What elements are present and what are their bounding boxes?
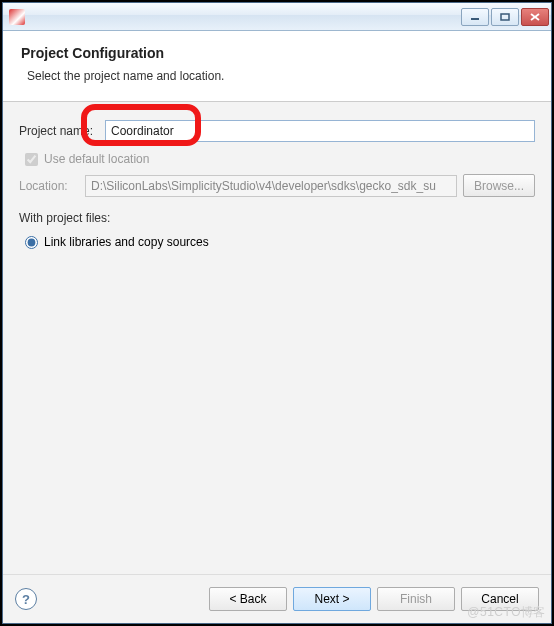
- browse-button: Browse...: [463, 174, 535, 197]
- use-default-checkbox: [25, 153, 38, 166]
- dialog-footer: ? < Back Next > Finish Cancel: [3, 575, 551, 623]
- dialog-header: Project Configuration Select the project…: [3, 31, 551, 102]
- header-title: Project Configuration: [21, 45, 533, 61]
- header-subtitle: Select the project name and location.: [21, 69, 533, 83]
- dialog-window: Project Configuration Select the project…: [2, 2, 552, 624]
- link-libraries-radio[interactable]: [25, 236, 38, 249]
- svg-rect-1: [501, 14, 509, 20]
- link-libraries-label: Link libraries and copy sources: [44, 235, 209, 249]
- dialog-content: Project name: Use default location Locat…: [3, 102, 551, 575]
- titlebar: [3, 3, 551, 31]
- maximize-button[interactable]: [491, 8, 519, 26]
- finish-button: Finish: [377, 587, 455, 611]
- next-button[interactable]: Next >: [293, 587, 371, 611]
- link-libraries-row: Link libraries and copy sources: [25, 235, 535, 249]
- close-button[interactable]: [521, 8, 549, 26]
- location-input: [85, 175, 457, 197]
- help-icon[interactable]: ?: [15, 588, 37, 610]
- use-default-label: Use default location: [44, 152, 149, 166]
- location-row: Location: Browse...: [19, 174, 535, 197]
- cancel-button[interactable]: Cancel: [461, 587, 539, 611]
- project-name-input[interactable]: [105, 120, 535, 142]
- use-default-row: Use default location: [25, 152, 535, 166]
- project-name-label: Project name:: [19, 124, 105, 138]
- app-icon: [9, 9, 25, 25]
- project-files-label: With project files:: [19, 211, 535, 225]
- project-name-row: Project name:: [19, 120, 535, 142]
- back-button[interactable]: < Back: [209, 587, 287, 611]
- location-label: Location:: [19, 179, 79, 193]
- minimize-button[interactable]: [461, 8, 489, 26]
